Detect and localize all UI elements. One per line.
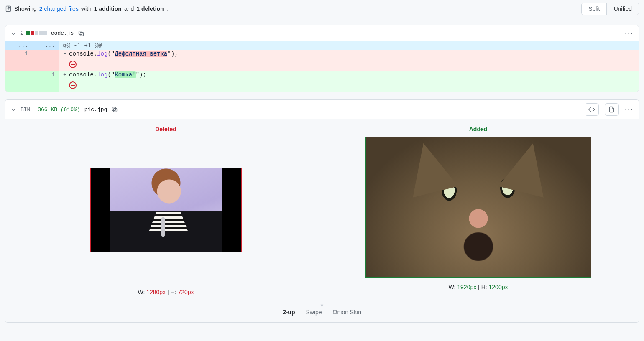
hunk-expand-new[interactable]: ... [32, 41, 59, 50]
diff-line-added[interactable]: 1 +console.log("Кошка!"); [5, 71, 639, 79]
file-actions-menu[interactable]: ··· [625, 29, 634, 38]
diff-table: ... ... @@ -1 +1 @@ 1 -console.log("Дефо… [5, 41, 639, 92]
added-image[interactable] [365, 137, 591, 278]
added-title: Added [469, 126, 488, 132]
diff-summary-bar: Showing 2 changed files with 1 addition … [0, 0, 644, 18]
summary-showing: Showing [14, 5, 37, 12]
binary-size-delta: +366 KB (610%) [34, 107, 80, 113]
diff-line-code: +console.log("Кошка!"); [59, 71, 639, 79]
diffstat: 2 [20, 30, 47, 36]
diff-line-deleted-marker [5, 58, 639, 71]
file-diff-icon [5, 5, 12, 13]
old-line-number [5, 71, 32, 79]
collapse-file-toggle[interactable] [10, 31, 16, 36]
summary-deletions: 1 deletion [136, 5, 164, 12]
file-actions-menu[interactable]: ··· [625, 105, 634, 114]
summary-additions: 1 addition [94, 5, 122, 12]
mode-onion-skin[interactable]: Onion Skin [333, 309, 361, 316]
deleted-image[interactable] [90, 168, 242, 252]
image-diff-mode-bar: ▼ 2-up Swipe Onion Skin [14, 303, 630, 316]
svg-rect-3 [114, 109, 117, 112]
split-view-button[interactable]: Split [582, 3, 606, 15]
summary-period: . [166, 5, 168, 12]
diff-view-toggle: Split Unified [581, 3, 639, 15]
svg-rect-2 [79, 31, 82, 34]
image-diff-deleted-column: Deleted W: 1280px | H: 720px [14, 123, 318, 295]
image-diff-added-column: Added W: 1920px | H: 1200px [326, 123, 630, 290]
summary-with: with [81, 5, 92, 12]
no-newline-icon [69, 61, 77, 68]
view-source-button[interactable] [585, 103, 599, 116]
deleted-image-dimensions: W: 1280px | H: 720px [138, 289, 194, 295]
new-line-number: 1 [32, 71, 59, 79]
svg-rect-4 [112, 107, 116, 111]
deleted-title: Deleted [155, 126, 176, 132]
new-line-number [32, 50, 59, 58]
mode-swipe[interactable]: Swipe [306, 309, 322, 316]
mode-2up[interactable]: 2-up [283, 309, 295, 316]
old-line-number: 1 [5, 50, 32, 58]
collapse-file-toggle[interactable] [10, 107, 16, 112]
diff-line-deleted[interactable]: 1 -console.log("Дефолтная ветка"); [5, 50, 639, 58]
diffstat-count: 2 [20, 30, 24, 36]
view-rendered-button[interactable] [605, 103, 619, 116]
copy-path-icon[interactable] [111, 106, 118, 113]
copy-path-icon[interactable] [78, 30, 84, 37]
unified-view-button[interactable]: Unified [606, 3, 639, 15]
image-diff-viewer: Deleted W: 1280px | H: 720px [5, 119, 639, 322]
caret-down-icon: ▼ [14, 303, 630, 308]
file-name[interactable]: code.js [51, 30, 74, 36]
file-diff-pic-jpg: BIN +366 KB (610%) pic.jpg ··· [5, 99, 639, 323]
no-newline-icon [69, 81, 77, 89]
diff-line-code: -console.log("Дефолтная ветка"); [59, 50, 639, 58]
diffstat-bars [26, 31, 47, 35]
hunk-header: @@ -1 +1 @@ [59, 41, 639, 50]
binary-label: BIN [20, 107, 30, 113]
file-diff-code-js: 2 code.js ··· ... ... [5, 25, 639, 92]
summary-changed-files-link[interactable]: 2 changed files [39, 5, 79, 12]
hunk-expand-old[interactable]: ... [5, 41, 32, 50]
diff-line-added-marker [5, 79, 639, 92]
hunk-header-row: ... ... @@ -1 +1 @@ [5, 41, 639, 50]
summary-and: and [124, 5, 134, 12]
svg-rect-1 [80, 32, 84, 36]
added-image-content [366, 137, 591, 277]
added-image-dimensions: W: 1920px | H: 1200px [449, 284, 508, 290]
file-name[interactable]: pic.jpg [84, 107, 107, 113]
deleted-image-content [91, 168, 241, 252]
